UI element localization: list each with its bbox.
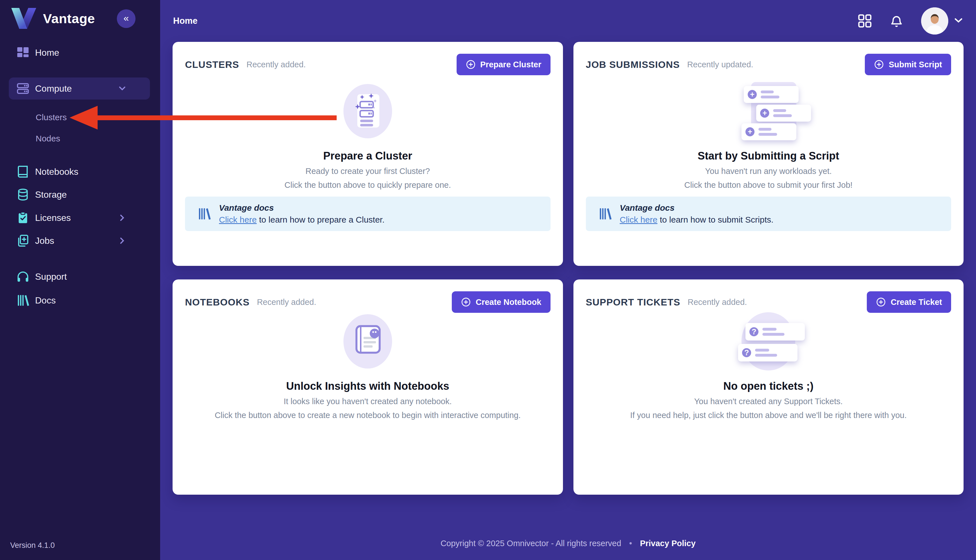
main-area: Home: [160, 0, 976, 560]
empty-state-line: If you need help, just click the button …: [630, 411, 907, 420]
sidebar-item-label: Jobs: [35, 236, 54, 246]
empty-state-line: You haven't created any Support Tickets.: [694, 397, 843, 406]
job-submissions-illustration: + + +: [730, 82, 807, 140]
copyright-text: Copyright © 2025 Omnivector - All rights…: [440, 539, 621, 548]
card-subtitle: Recently added.: [688, 298, 747, 307]
book-icon: [17, 165, 29, 178]
prepare-cluster-button[interactable]: Prepare Cluster: [457, 54, 551, 75]
docs-title: Vantage docs: [620, 203, 774, 213]
docs-panel: Vantage docs Click here to learn how to …: [586, 197, 951, 231]
docs-title: Vantage docs: [219, 203, 384, 213]
sidebar-item-label: Licenses: [35, 213, 71, 223]
empty-state-heading: No open tickets ;): [723, 380, 814, 392]
server-icon: [17, 82, 29, 95]
app-title: Vantage: [43, 11, 95, 26]
empty-state-line: Click the button above to quickly prepar…: [285, 180, 451, 190]
sidebar-item-label: Docs: [35, 295, 56, 306]
database-icon: [17, 188, 29, 201]
headset-icon: [17, 270, 29, 283]
support-tickets-illustration: ? ?: [736, 312, 801, 370]
docs-click-here-link[interactable]: Click here: [219, 215, 257, 224]
privacy-policy-link[interactable]: Privacy Policy: [640, 539, 696, 548]
sidebar: Vantage « Home Compute: [0, 0, 160, 560]
empty-state-heading: Unlock Insights with Notebooks: [286, 380, 449, 392]
docs-click-here-link[interactable]: Click here: [620, 215, 657, 224]
dashboard-icon: [17, 46, 29, 59]
create-ticket-button[interactable]: Create Ticket: [867, 291, 951, 313]
sidebar-item-label: Storage: [35, 190, 67, 200]
empty-state-heading: Prepare a Cluster: [323, 150, 412, 162]
plus-circle-icon: [876, 297, 886, 307]
avatar[interactable]: [921, 7, 948, 35]
bell-icon[interactable]: [889, 14, 904, 28]
app-version: Version 4.1.0: [10, 541, 55, 550]
library-icon: [17, 294, 29, 307]
sidebar-item-label: Compute: [35, 83, 72, 94]
dashboard-cards: CLUSTERS Recently added. Prepare Cluster: [173, 42, 964, 495]
sidebar-item-label: Notebooks: [35, 167, 78, 177]
empty-state-heading: Start by Submitting a Script: [697, 150, 839, 162]
apps-grid-icon[interactable]: [858, 14, 872, 28]
library-icon: [197, 207, 211, 221]
empty-state-line: Ready to create your first Cluster?: [305, 167, 430, 176]
sidebar-item-licenses[interactable]: Licenses: [0, 207, 160, 229]
chevron-down-icon: [119, 85, 126, 92]
user-menu[interactable]: [921, 7, 963, 35]
card-title: NOTEBOOKS: [185, 297, 250, 308]
plus-circle-icon: [461, 297, 471, 307]
sidebar-item-jobs[interactable]: Jobs: [0, 230, 160, 252]
sidebar-collapse-button[interactable]: «: [117, 9, 135, 28]
card-title: SUPPORT TICKETS: [586, 297, 681, 308]
notebooks-card: NOTEBOOKS Recently added. Create Noteboo…: [173, 280, 563, 495]
vantage-logo-icon: [10, 7, 38, 30]
chevron-right-icon: [119, 214, 126, 221]
submit-script-button[interactable]: Submit Script: [865, 54, 951, 75]
support-tickets-card: SUPPORT TICKETS Recently added. Create T…: [574, 280, 964, 495]
card-subtitle: Recently updated.: [687, 60, 753, 69]
sidebar-item-label: Support: [35, 272, 67, 282]
docs-panel: Vantage docs Click here to learn how to …: [185, 197, 551, 231]
empty-state-line: It looks like you haven't created any no…: [284, 397, 452, 406]
sidebar-item-label: Home: [35, 48, 59, 58]
sidebar-item-notebooks[interactable]: Notebooks: [0, 161, 160, 183]
job-submissions-card: JOB SUBMISSIONS Recently updated. Submit…: [574, 42, 964, 266]
sidebar-item-nodes[interactable]: Nodes: [36, 130, 60, 147]
docs-line: Click here to learn how to submit Script…: [620, 215, 774, 225]
sidebar-item-clusters[interactable]: Clusters: [36, 109, 67, 126]
app-logo: Vantage: [10, 7, 95, 30]
card-title: JOB SUBMISSIONS: [586, 59, 680, 70]
create-notebook-button[interactable]: Create Notebook: [452, 291, 550, 313]
card-subtitle: Recently added.: [247, 60, 306, 69]
clusters-card: CLUSTERS Recently added. Prepare Cluster: [173, 42, 563, 266]
sidebar-item-storage[interactable]: Storage: [0, 183, 160, 206]
plus-circle-icon: [465, 59, 476, 70]
library-icon: [598, 207, 612, 221]
topbar: Home: [160, 0, 976, 42]
empty-state-line: You haven't run any workloads yet.: [705, 167, 832, 176]
sidebar-item-compute[interactable]: Compute: [9, 77, 150, 100]
docs-line: Click here to learn how to prepare a Clu…: [219, 215, 384, 225]
card-title: CLUSTERS: [185, 59, 239, 70]
chevron-down-icon: [954, 18, 963, 24]
empty-state-line: Click the button above to submit your fi…: [684, 180, 853, 190]
file-plus-icon: [17, 234, 29, 247]
breadcrumb: Home: [173, 16, 197, 26]
notebooks-illustration: [341, 312, 395, 370]
plus-circle-icon: [874, 59, 884, 70]
chevron-right-icon: [119, 237, 126, 244]
footer-separator: •: [629, 539, 632, 548]
card-subtitle: Recently added.: [257, 298, 316, 307]
clusters-illustration: [341, 82, 395, 140]
footer: Copyright © 2025 Omnivector - All rights…: [160, 539, 976, 548]
sidebar-item-support[interactable]: Support: [0, 265, 160, 288]
sidebar-item-home[interactable]: Home: [0, 42, 160, 63]
empty-state-line: Click the button above to create a new n…: [215, 411, 521, 420]
clipboard-check-icon: [17, 211, 29, 224]
sidebar-item-docs[interactable]: Docs: [0, 289, 160, 312]
